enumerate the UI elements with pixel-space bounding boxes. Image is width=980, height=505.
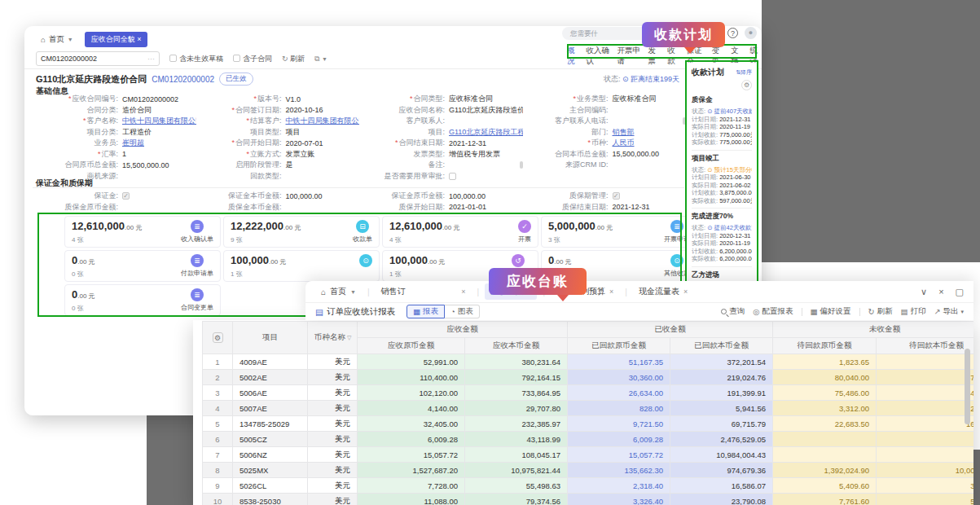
field-label: *币种:	[523, 138, 609, 148]
report-toolbar: ▤ 订单应收统计报表 ▦报表◔图表 查询◎配置报表▦偏好设置↻刷新▤打印↗导出 …	[305, 303, 973, 320]
form-field: 备注:	[359, 160, 523, 170]
filter-icon[interactable]: ▽	[347, 335, 351, 340]
column-settings-header[interactable]: ⚙	[203, 322, 233, 354]
card-left: 0.00 元0 张	[72, 288, 95, 312]
action-导出[interactable]: ↗导出 ▾	[934, 306, 964, 317]
home-icon: ⌂	[41, 35, 46, 44]
field-checkbox[interactable]	[449, 173, 456, 180]
field-value[interactable]: 销售部	[613, 127, 635, 138]
external-link-icon[interactable]: ⧉ ▼	[314, 55, 327, 64]
form-row: 商机来源:回款类型:是否需要用章审批:	[33, 171, 686, 182]
contract-code[interactable]: CM01202000002	[152, 75, 214, 84]
table-row[interactable]: 65005CZ美元6,009.2843,118.996,009.282,476,…	[203, 432, 974, 447]
table-row[interactable]: 25002AE美元110,400.00792,164.1530,360.0021…	[203, 370, 974, 385]
summary-card[interactable]: 100,000.00 元1 张⊙	[223, 250, 380, 282]
close-icon[interactable]: ×	[461, 288, 465, 296]
cell	[773, 447, 877, 463]
action-刷新[interactable]: ↻刷新	[868, 306, 893, 317]
minimize-icon[interactable]: ∨	[921, 287, 927, 297]
nav-item-收款[interactable]: 收款	[667, 46, 679, 67]
card-amount: 0.00 元	[72, 254, 95, 266]
close-icon[interactable]: ×	[609, 288, 613, 296]
field-checkbox[interactable]: ✓	[613, 192, 620, 200]
field-label: 启用阶段管理:	[196, 160, 282, 170]
field-value[interactable]: 中铁十四局集团有限公司	[122, 116, 196, 126]
summary-card[interactable]: 0.00 元0 张≣合同变更单	[64, 284, 221, 316]
table-row[interactable]: 14009AE美元52,991.00380,231.6451,167.35372…	[203, 354, 974, 370]
nav-item-收入确认[interactable]: 收入确认	[587, 46, 610, 67]
field-label: *结算客户:	[196, 116, 282, 126]
sub-header[interactable]: 待回款本币金额	[877, 338, 974, 354]
vertical-scrollbar[interactable]	[965, 349, 970, 424]
action-配置报表[interactable]: ◎配置报表	[753, 306, 793, 317]
card-amount: 12,610,000.00 元	[389, 220, 459, 232]
col-currency[interactable]: 币种名称▽	[308, 322, 358, 354]
field-value[interactable]: 崔明超	[122, 138, 144, 148]
table-row[interactable]: 85025MX美元1,527,687.2010,975,821.44135,66…	[203, 463, 974, 478]
front-home-tab[interactable]: ⌂ 首页 ▼	[315, 283, 362, 300]
table-row[interactable]: 95026CL美元7,728.0055,498.632,318.4016,586…	[203, 478, 974, 494]
refresh-button[interactable]: ↻ 刷新	[282, 54, 305, 64]
help-icon[interactable]: ?	[727, 28, 738, 38]
subcontract-checkbox[interactable]: 含子合同	[233, 54, 272, 64]
action-偏好设置[interactable]: ▦偏好设置	[811, 306, 851, 317]
form-field: 项目分类:工程造价	[33, 127, 196, 138]
maximize-icon[interactable]: ▢	[956, 287, 964, 297]
avatar[interactable]: ●	[745, 27, 757, 39]
ledger-window-top: ⌂ 首页 ▼ | 销售订×|应收台账×|订单毛利预算×|现金流量表× ∨×▢ ▤…	[305, 281, 973, 320]
form-field: *版本号:V1.0	[196, 94, 360, 104]
field-value[interactable]: G110北京延庆路段工程造价项目	[449, 127, 523, 138]
table-row[interactable]: 45007AE美元4,140.0029,707.80828.005,941.56…	[203, 401, 974, 416]
close-icon[interactable]: ×	[683, 288, 688, 296]
group-header: 未收金额	[773, 322, 974, 338]
action-查询[interactable]: 查询	[721, 306, 745, 317]
sub-header[interactable]: 应收本币金额	[465, 338, 568, 354]
cell: 79,374.56	[465, 494, 568, 505]
close-window-icon[interactable]: ×	[938, 287, 943, 297]
field-value: 项目	[286, 127, 301, 138]
back-home-tab[interactable]: ⌂ 首页 ▼	[36, 33, 78, 46]
summary-card[interactable]: 12,222,000.00 元9 张⊟收款单	[223, 216, 380, 248]
field-label: *版本号:	[196, 94, 282, 104]
draft-checkbox[interactable]: 含未生效草稿	[169, 54, 223, 64]
back-active-tab[interactable]: 应收合同全貌 ×	[85, 32, 148, 47]
nav-item-发票[interactable]: 发票	[648, 46, 661, 67]
field-value[interactable]: 中铁十四局集团有限公司	[286, 116, 360, 126]
tab-现金流量表[interactable]: 现金流量表×	[633, 283, 693, 300]
contract-code-input[interactable]: CM01202000002 ···	[36, 51, 160, 66]
field-value[interactable]: 人民币	[613, 138, 635, 148]
summary-card[interactable]: 0.00 元0 张≣付款申请单	[64, 250, 221, 282]
card-amount: 12,610,000.00 元	[72, 220, 142, 232]
summary-card[interactable]: 12,610,000.00 元4 张≣收入确认单	[64, 216, 221, 248]
table-row[interactable]: 108538-25030美元11,088.0079,374.563,326.40…	[203, 494, 974, 505]
plan-field: 状态: ⊙ 预计15天部分收款	[692, 166, 752, 174]
field-checkbox[interactable]: ✓	[122, 192, 130, 200]
tab-销售订[interactable]: 销售订×	[376, 283, 472, 300]
attachment-icon[interactable]	[683, 117, 686, 125]
summary-card[interactable]: 12,610,000.00 元4 张✓开票	[382, 216, 538, 248]
toggle-图表[interactable]: ◔图表	[445, 305, 480, 318]
cell: 43,118.99	[465, 432, 568, 447]
table-row[interactable]: 5134785-25029美元32,405.00232,385.979,721.…	[203, 416, 974, 432]
action-打印[interactable]: ▤打印	[901, 306, 926, 317]
toggle-报表[interactable]: ▦报表	[407, 305, 445, 318]
cell: 542,46	[877, 385, 974, 401]
callout-plan: 收款计划	[642, 22, 725, 47]
gear-icon[interactable]: ⚙	[741, 80, 752, 90]
field-label: 来源CRM ID:	[523, 160, 609, 170]
sub-header[interactable]: 已回款本币金额	[670, 338, 773, 354]
group-header: 已收金额	[568, 322, 773, 338]
nav-item-概况[interactable]: 概况	[567, 46, 579, 67]
table-row[interactable]: 35006AE美元102,120.00733,864.9526,634.0019…	[203, 385, 974, 401]
sort-desc-button[interactable]: ⇅降序	[736, 68, 752, 77]
more-icon[interactable]: ···	[147, 55, 155, 63]
form-field: 客户联系人电话:	[523, 116, 687, 126]
table-row[interactable]: 75006NZ美元15,057.72108,045.1715,057.7210,…	[203, 447, 974, 463]
col-project[interactable]: 项目	[233, 322, 308, 354]
nav-item-开票申请[interactable]: 开票申请	[617, 46, 641, 67]
sub-header[interactable]: 待回款原币金额	[773, 338, 877, 354]
sub-header[interactable]: 应收原币金额	[358, 338, 465, 354]
summary-card[interactable]: 5,000,000.00 元3 张≣开票申请	[541, 216, 697, 248]
close-icon[interactable]: ×	[137, 35, 141, 43]
sub-header[interactable]: 已回款原币金额	[568, 338, 670, 354]
